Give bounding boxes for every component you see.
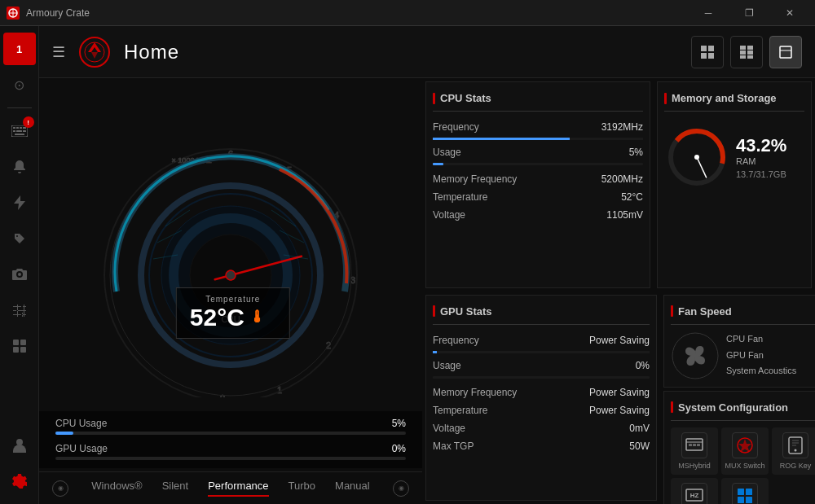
svg-rect-10 <box>23 130 26 132</box>
fan-list: CPU Fan GPU Fan System Acoustics <box>726 331 796 379</box>
gpu-frequency-bar <box>433 351 650 353</box>
svg-rect-58 <box>693 444 696 446</box>
keyboard-badge: ! <box>23 116 34 128</box>
svg-rect-23 <box>740 46 746 50</box>
svg-rect-24 <box>747 46 753 50</box>
cpu-progress-bar <box>55 432 406 435</box>
sidebar-item-bell[interactable] <box>3 151 36 183</box>
sidebar-item-sliders[interactable] <box>3 294 36 327</box>
sidebar-item-user[interactable] <box>3 429 36 462</box>
gpu-frequency-row: Frequency Power Saving <box>433 331 650 349</box>
gpu-voltage-value: 0mV <box>629 423 650 434</box>
cpu-frequency-label: Frequency <box>433 121 479 133</box>
minimize-button[interactable]: ─ <box>689 0 727 26</box>
app-body: 1 ⊙ ! <box>0 26 815 504</box>
sidebar-item-grid[interactable] <box>3 330 36 362</box>
memory-info: 43.2% RAM 13.7/31.7GB <box>736 135 786 179</box>
cpu-usage-fill <box>433 163 443 165</box>
sidebar-item-lightning[interactable] <box>3 186 36 219</box>
cpu-frequency-bar <box>433 138 643 140</box>
page-title: Home <box>124 41 179 64</box>
gpu-tgp-value: 50W <box>629 440 650 452</box>
maximize-button[interactable]: ❐ <box>730 0 768 26</box>
mode-right-dot[interactable]: ◉ <box>393 480 409 497</box>
rogkey-label: MUX Switch <box>725 462 764 471</box>
config-mshybrid[interactable]: MSHybrid <box>671 427 718 476</box>
config-panel-power[interactable]: HZ Touch <box>671 478 718 504</box>
svg-rect-25 <box>740 50 746 55</box>
mode-performance[interactable]: Performance <box>208 480 268 497</box>
touch-icon <box>782 432 808 458</box>
hamburger-button[interactable]: ☰ <box>52 43 65 61</box>
svg-rect-59 <box>697 444 700 446</box>
rog-logo <box>75 33 114 72</box>
system-config-panel: System Configuration <box>663 391 815 505</box>
cpu-mem-freq-value: 5200MHz <box>601 173 643 185</box>
header: ☰ Home <box>39 26 815 78</box>
cpu-usage-stat-label: Usage <box>433 147 461 158</box>
cpu-stats-panel: CPU Stats Frequency 3192MHz Usage 5% <box>425 81 650 288</box>
view-list-button[interactable] <box>730 36 763 68</box>
cpu-voltage-label: Voltage <box>433 209 465 221</box>
gpu-frequency-value: Power Saving <box>589 335 650 346</box>
svg-rect-29 <box>780 46 791 58</box>
svg-line-51 <box>697 157 707 177</box>
mode-turbo[interactable]: Turbo <box>289 480 315 497</box>
svg-rect-6 <box>20 127 22 129</box>
config-touch[interactable]: ROG Key <box>772 427 815 476</box>
svg-rect-19 <box>701 46 707 51</box>
cpu-temp-label: Temperature <box>433 191 487 203</box>
cpu-frequency-row: Frequency 3192MHz <box>433 118 643 136</box>
sidebar-item-camera[interactable] <box>3 258 36 291</box>
left-gauge-panel: 6 5 4 3 2 1 0 × 1000 MHz <box>39 78 422 504</box>
memory-detail: 13.7/31.7GB <box>736 169 786 179</box>
panel-power-icon: HZ <box>681 483 707 504</box>
sidebar-item-keyboard[interactable]: ! <box>3 115 36 147</box>
rogkey-icon <box>732 432 758 458</box>
mshybrid-label: MSHybrid <box>678 462 711 471</box>
svg-rect-7 <box>23 127 26 129</box>
sidebar-item-circle[interactable]: ⊙ <box>3 68 36 101</box>
svg-rect-15 <box>20 347 26 353</box>
mode-silent[interactable]: Silent <box>162 480 189 497</box>
mode-left-dot[interactable]: ◉ <box>52 480 68 497</box>
main-area: ☰ Home <box>39 26 815 504</box>
gpu-temp-label: Temperature <box>433 405 487 416</box>
system-acoustics-label: System Acoustics <box>726 363 796 379</box>
sidebar-item-tag[interactable] <box>3 222 36 255</box>
view-grid-button[interactable] <box>691 36 724 68</box>
gauge-container: 6 5 4 3 2 1 0 × 1000 MHz <box>92 145 369 422</box>
fan-speed-panel: Fan Speed <box>663 295 815 388</box>
sidebar-item-gear[interactable] <box>3 465 36 497</box>
gauge-svg: 6 5 4 3 2 1 0 × 1000 MHz <box>92 145 369 397</box>
close-button[interactable]: ✕ <box>771 0 808 26</box>
gpu-mem-freq-label: Memory Frequency <box>433 387 517 398</box>
winkey-icon <box>732 483 758 504</box>
mode-selector: ◉ Windows® Silent Performance Turbo Manu… <box>39 471 422 504</box>
header-view-controls <box>691 36 802 68</box>
content-area: 6 5 4 3 2 1 0 × 1000 MHz <box>39 78 815 504</box>
sidebar-item-home[interactable]: 1 <box>3 33 36 65</box>
cpu-accent <box>433 93 435 104</box>
gpu-frequency-fill <box>433 351 437 353</box>
gpu-mem-freq-row: Memory Frequency Power Saving <box>433 383 650 401</box>
mode-windows[interactable]: Windows® <box>91 480 142 497</box>
sidebar: 1 ⊙ ! <box>0 26 39 504</box>
mode-manual[interactable]: Manual <box>335 480 370 497</box>
config-winkey[interactable]: Panel Power Saver <box>721 478 769 504</box>
svg-rect-70 <box>738 497 744 503</box>
temperature-display: Temperature 52°C 🌡 <box>176 287 290 339</box>
gpu-usage-row: GPU Usage 0% <box>55 443 406 460</box>
cpu-fan-label: CPU Fan <box>726 331 796 348</box>
gpu-usage-stat-row: Usage 0% <box>433 357 650 375</box>
cpu-progress-fill <box>55 432 73 435</box>
svg-rect-21 <box>701 53 707 59</box>
config-rogkey[interactable]: MUX Switch <box>721 427 769 476</box>
svg-rect-4 <box>13 127 15 129</box>
gpu-temp-value: Power Saving <box>589 405 650 416</box>
svg-rect-14 <box>13 347 19 353</box>
view-card-button[interactable] <box>769 36 802 68</box>
memory-header: Memory and Storage <box>664 89 804 112</box>
top-panels-row: CPU Stats Frequency 3192MHz Usage 5% <box>422 78 815 291</box>
svg-rect-5 <box>16 127 19 129</box>
